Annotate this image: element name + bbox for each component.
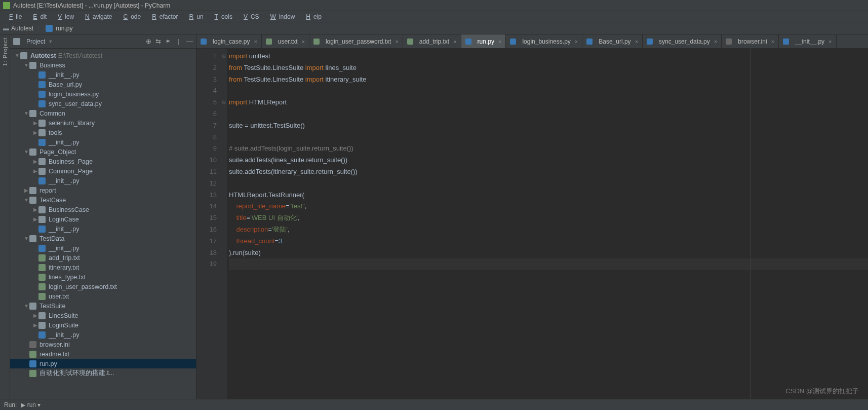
tree-arrow-icon[interactable] xyxy=(23,149,29,155)
menu-run[interactable]: Run xyxy=(183,12,207,21)
tree-arrow-icon[interactable] xyxy=(32,120,38,126)
menu-window[interactable]: Window xyxy=(264,12,298,21)
fold-icon[interactable]: ⊖ xyxy=(221,51,227,62)
tab-run-py[interactable]: run.py× xyxy=(461,34,506,48)
close-icon[interactable]: × xyxy=(395,39,398,45)
tree-arrow-icon[interactable] xyxy=(23,110,29,116)
tree-node[interactable]: TestData xyxy=(10,234,196,243)
tree-node[interactable]: Common xyxy=(10,108,196,118)
menu-view[interactable]: View xyxy=(52,12,77,21)
menu-tools[interactable]: Tools xyxy=(209,12,235,21)
tree-node[interactable]: run.py xyxy=(10,359,196,368)
tree-node[interactable]: Business xyxy=(10,60,196,70)
tree-node[interactable]: LinesSuite xyxy=(10,311,196,320)
tree-node[interactable]: TestSuite xyxy=(10,301,196,311)
tree-node[interactable]: Business_Page xyxy=(10,157,196,166)
tree-node[interactable]: Page_Object xyxy=(10,147,196,157)
tab-user-txt[interactable]: user.txt× xyxy=(262,34,309,48)
tree-node[interactable]: tools xyxy=(10,128,196,137)
tree-arrow-icon[interactable] xyxy=(32,322,38,328)
tree-arrow-icon[interactable] xyxy=(32,313,38,318)
tab-login_user_password-txt[interactable]: login_user_password.txt× xyxy=(309,34,403,48)
fold-strip[interactable]: ⊖⊖ xyxy=(221,49,227,399)
hide-icon[interactable]: — xyxy=(186,38,193,45)
menu-edit[interactable]: Edit xyxy=(27,12,50,21)
tree-node[interactable]: Base_url.py xyxy=(10,80,196,89)
tree-arrow-icon[interactable] xyxy=(32,130,38,135)
tree-node[interactable]: 自动化测试环境的搭建.t... xyxy=(10,368,196,378)
tree-arrow-icon[interactable] xyxy=(23,236,29,241)
left-tool-strip[interactable]: 1: Project xyxy=(0,34,10,399)
crumb-root[interactable]: Autotest xyxy=(11,25,33,32)
close-icon[interactable]: × xyxy=(302,39,305,45)
tree-node[interactable]: login_business.py xyxy=(10,89,196,99)
tree-arrow-icon[interactable] xyxy=(23,188,29,193)
menu-file[interactable]: File xyxy=(3,12,25,21)
tree-node[interactable]: __init__.py xyxy=(10,70,196,80)
tree-node[interactable]: LoginSuite xyxy=(10,320,196,330)
tree-arrow-icon[interactable] xyxy=(32,168,38,174)
sidebar-title[interactable]: Project xyxy=(26,38,45,45)
tab-login_business-py[interactable]: login_business.py× xyxy=(506,34,582,48)
tree-node[interactable]: __init__.py xyxy=(10,176,196,185)
tab-Base_url-py[interactable]: Base_url.py× xyxy=(582,34,643,48)
tree-node[interactable]: report xyxy=(10,185,196,195)
project-tool-button[interactable]: 1: Project xyxy=(2,38,8,66)
chevron-down-icon[interactable]: ▼ xyxy=(48,39,53,44)
close-icon[interactable]: × xyxy=(635,39,638,45)
run-config[interactable]: ▶ run ▾ xyxy=(21,401,41,408)
menu-navigate[interactable]: Navigate xyxy=(79,12,115,21)
crumb-file[interactable]: run.py xyxy=(56,25,72,32)
tab-sync_user_data-py[interactable]: sync_user_data.py× xyxy=(643,34,722,48)
tab-browser-ini[interactable]: browser.ini× xyxy=(722,34,779,48)
tree-arrow-icon[interactable] xyxy=(32,216,38,222)
tree-node[interactable]: user.txt xyxy=(10,291,196,301)
tree-arrow-icon[interactable] xyxy=(23,62,29,68)
source-code[interactable]: import unittestfrom TestSuite.LinesSuite… xyxy=(227,49,868,399)
tree-arrow-icon[interactable] xyxy=(32,159,38,164)
close-icon[interactable]: × xyxy=(714,39,717,45)
run-label[interactable]: Run: xyxy=(4,401,17,408)
code-editor[interactable]: 12345678910111213141516171819 ⊖⊖ import … xyxy=(196,49,868,399)
tree-node[interactable]: __init__.py xyxy=(10,137,196,147)
tree-node[interactable]: sync_user_data.py xyxy=(10,99,196,108)
tree-node[interactable]: Autotest E:\Test\Autotest xyxy=(10,51,196,60)
tree-node[interactable]: __init__.py xyxy=(10,243,196,253)
tab-label: run.py xyxy=(478,38,494,45)
close-icon[interactable]: × xyxy=(575,39,578,45)
close-icon[interactable]: × xyxy=(254,39,257,45)
gear-icon[interactable]: ✶ xyxy=(165,38,171,45)
tree-node[interactable]: TestCase xyxy=(10,195,196,205)
tree-node[interactable]: browser.ini xyxy=(10,340,196,349)
menu-help[interactable]: Help xyxy=(300,12,325,21)
tree-node[interactable]: add_trip.txt xyxy=(10,253,196,263)
tree-node[interactable]: BusinessCase xyxy=(10,205,196,214)
tree-arrow-icon[interactable] xyxy=(32,207,38,212)
tree-node[interactable]: LoginCase xyxy=(10,214,196,224)
tab-add_trip-txt[interactable]: add_trip.txt× xyxy=(403,34,461,48)
project-tree[interactable]: Autotest E:\Test\AutotestBusiness__init_… xyxy=(10,49,196,399)
tree-node[interactable]: lines_type.txt xyxy=(10,272,196,282)
tree-node[interactable]: __init__.py xyxy=(10,330,196,340)
menu-refactor[interactable]: Refactor xyxy=(146,12,181,21)
tree-node[interactable]: selenium_library xyxy=(10,118,196,128)
close-icon[interactable]: × xyxy=(828,39,832,45)
tree-node[interactable]: itinerary.txt xyxy=(10,263,196,272)
close-icon[interactable]: × xyxy=(453,39,456,45)
locate-icon[interactable]: ⊕ xyxy=(146,38,151,45)
tree-node[interactable]: login_user_password.txt xyxy=(10,282,196,291)
close-icon[interactable]: × xyxy=(498,39,501,45)
tree-node[interactable]: readme.txt xyxy=(10,349,196,359)
menu-code[interactable]: Code xyxy=(117,12,144,21)
tree-arrow-icon[interactable] xyxy=(23,197,29,203)
menu-vcs[interactable]: VCS xyxy=(238,12,262,21)
tab-__init__-py[interactable]: __init__.py× xyxy=(779,34,836,48)
close-icon[interactable]: × xyxy=(771,39,774,45)
collapse-icon[interactable]: ⇆ xyxy=(155,38,161,45)
tree-node[interactable]: __init__.py xyxy=(10,224,196,234)
fold-icon[interactable]: ⊖ xyxy=(221,97,227,108)
tab-login_case-py[interactable]: login_case.py× xyxy=(196,34,262,48)
tree-arrow-icon[interactable] xyxy=(14,53,20,58)
tree-arrow-icon[interactable] xyxy=(23,303,29,309)
tree-node[interactable]: Common_Page xyxy=(10,166,196,176)
